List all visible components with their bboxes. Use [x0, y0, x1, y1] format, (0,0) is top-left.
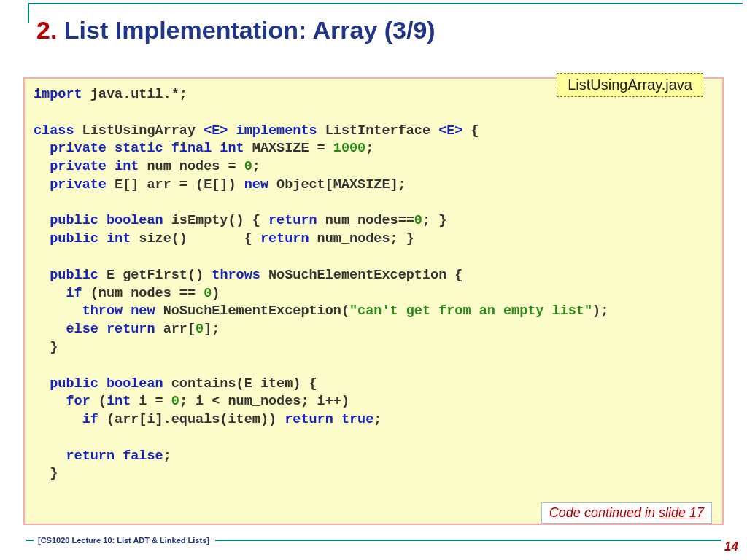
code-box: import java.util.*; class ListUsingArray… — [23, 77, 724, 525]
footer-rule-left — [26, 540, 34, 541]
slide-title: 2. List Implementation: Array (3/9) — [36, 16, 436, 44]
continued-link[interactable]: slide 17 — [659, 505, 704, 520]
continued-badge: Code continued in slide 17 — [541, 502, 712, 524]
footer-text: [CS1020 Lecture 10: List ADT & Linked Li… — [38, 536, 209, 545]
header-rule-notch — [28, 3, 29, 23]
footer: [CS1020 Lecture 10: List ADT & Linked Li… — [26, 535, 721, 545]
section-number: 2. — [36, 16, 57, 44]
continued-prefix: Code continued in — [549, 505, 659, 520]
page-number: 14 — [724, 540, 738, 554]
header-rule — [28, 3, 743, 4]
filename-badge: ListUsingArray.java — [557, 73, 703, 97]
code-listing: import java.util.*; class ListUsingArray… — [34, 86, 713, 483]
footer-rule-right — [215, 540, 721, 541]
section-text: List Implementation: Array (3/9) — [64, 16, 436, 44]
